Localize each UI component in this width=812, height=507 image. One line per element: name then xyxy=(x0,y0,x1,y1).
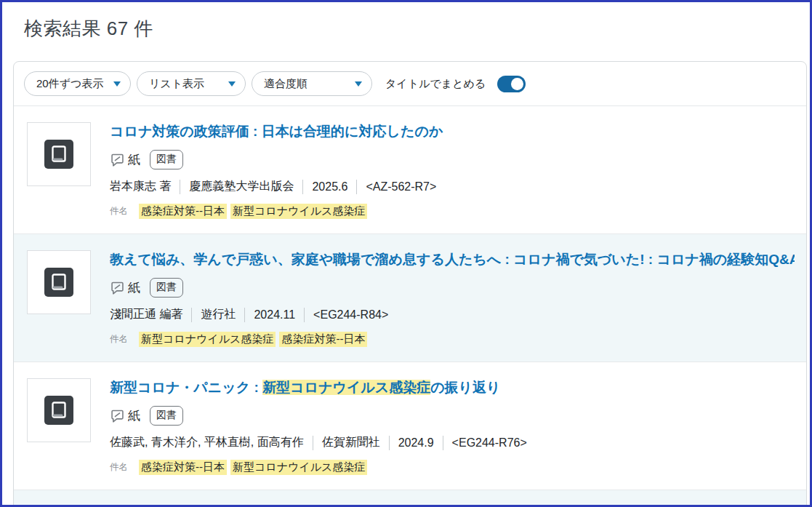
divider xyxy=(302,180,303,194)
subject-term[interactable]: 新型コロナウイルス感染症 xyxy=(230,460,367,475)
result-publisher: 慶應義塾大学出版会 xyxy=(189,179,294,194)
paper-format: 紙 xyxy=(110,279,140,296)
title-text: 教えて悩み、学んで戸惑い、家庭や職場で溜め息する人たちへ : コロナ禍で気づいた… xyxy=(110,252,795,267)
result-call-number: <EG244-R76> xyxy=(452,436,527,450)
results-toolbar: 20件ずつ表示 リスト表示 適合度順 タイトルでまとめる xyxy=(14,62,806,106)
sort-order-select[interactable]: 適合度順 xyxy=(252,71,372,96)
book-thumbnail[interactable] xyxy=(27,122,91,186)
meta-row: 岩本康志 著 慶應義塾大学出版会 2025.6 <AZ-562-R7> xyxy=(110,179,795,194)
result-title-link[interactable]: 新型コロナ・パニック : 新型コロナウイルス感染症の振り返り xyxy=(110,378,795,397)
result-item: 新型コロナ・パニック : 新型コロナウイルス感染症の振り返り 紙 図書 佐藤武,… xyxy=(14,362,806,490)
result-byline: 淺間正通 編著 xyxy=(110,307,182,322)
divider xyxy=(443,436,443,450)
result-title-link[interactable]: コロナ対策の政策評価 : 日本は合理的に対応したのか xyxy=(110,122,795,141)
result-call-number: <AZ-562-R7> xyxy=(366,180,436,193)
divider xyxy=(313,436,313,450)
subject-row: 件名 感染症対策--日本 新型コロナウイルス感染症 xyxy=(110,460,795,475)
group-by-title-toggle[interactable] xyxy=(497,76,526,92)
result-content: コロナ対策の政策評価 : 日本は合理的に対応したのか 紙 図書 岩本康志 著 慶… xyxy=(110,121,795,223)
subject-term[interactable]: 新型コロナウイルス感染症 xyxy=(230,204,367,219)
subject-heading-label: 件名 xyxy=(110,333,128,346)
book-icon xyxy=(44,140,73,169)
result-byline: 佐藤武, 青木洋介, 平林直樹, 面高有作 xyxy=(110,435,304,450)
divider xyxy=(304,308,305,322)
result-content: 教えて悩み、学んで戸惑い、家庭や職場で溜め息する人たちへ : コロナ禍で気づいた… xyxy=(110,249,795,351)
subject-term[interactable]: 感染症対策--日本 xyxy=(139,460,227,475)
per-page-label: 20件ずつ表示 xyxy=(36,77,103,91)
results-card: 20件ずつ表示 リスト表示 適合度順 タイトルでまとめる コロナ対策の xyxy=(13,61,807,507)
per-page-select[interactable]: 20件ずつ表示 xyxy=(24,71,131,96)
book-thumbnail[interactable] xyxy=(27,250,91,314)
search-results-page: 検索結果 67 件 20件ずつ表示 リスト表示 適合度順 タイトルでまとめる xyxy=(0,0,812,507)
divider xyxy=(356,180,357,194)
book-thumbnail[interactable] xyxy=(27,378,91,442)
badge-row: 紙 図書 xyxy=(110,278,795,298)
result-call-number: <EG244-R84> xyxy=(313,308,388,322)
divider xyxy=(389,436,390,450)
memo-icon xyxy=(110,152,125,167)
result-item: 教えて悩み、学んで戸惑い、家庭や職場で溜め息する人たちへ : コロナ禍で気づいた… xyxy=(14,234,806,362)
result-content: 新型コロナ・パニック : 新型コロナウイルス感染症の振り返り 紙 図書 佐藤武,… xyxy=(110,377,795,479)
divider xyxy=(180,180,180,194)
meta-row: 佐藤武, 青木洋介, 平林直樹, 面高有作 佐賀新聞社 2024.9 <EG24… xyxy=(110,435,795,450)
divider xyxy=(244,308,245,322)
divider xyxy=(191,308,192,322)
material-type-badge: 図書 xyxy=(150,278,183,298)
title-text: コロナ対策の政策評価 : 日本は合理的に対応したのか xyxy=(110,124,443,139)
view-mode-select[interactable]: リスト表示 xyxy=(137,71,246,96)
subject-term[interactable]: 新型コロナウイルス感染症 xyxy=(139,332,276,347)
result-title-link[interactable]: 教えて悩み、学んで戸惑い、家庭や職場で溜め息する人たちへ : コロナ禍で気づいた… xyxy=(110,250,795,269)
group-by-title-label: タイトルでまとめる xyxy=(385,77,486,91)
paper-format: 紙 xyxy=(110,151,140,168)
format-label: 紙 xyxy=(128,407,140,424)
toggle-knob xyxy=(511,78,523,90)
chevron-down-icon xyxy=(113,81,121,87)
book-icon xyxy=(44,396,73,425)
result-item: コロナ対策の政策評価 : 日本は合理的に対応したのか 紙 図書 岩本康志 著 慶… xyxy=(14,106,806,234)
view-mode-label: リスト表示 xyxy=(149,77,204,91)
format-label: 紙 xyxy=(128,151,140,168)
result-date: 2024.11 xyxy=(254,308,295,322)
title-text: の振り返り xyxy=(430,380,500,395)
material-type-badge: 図書 xyxy=(150,150,183,169)
badge-row: 紙 図書 xyxy=(110,150,795,169)
title-text: 新型コロナ・パニック : xyxy=(110,380,262,395)
memo-icon xyxy=(110,280,125,295)
subject-row: 件名 感染症対策--日本 新型コロナウイルス感染症 xyxy=(110,204,795,219)
page-title: 検索結果 67 件 xyxy=(24,16,810,41)
material-type-badge: 図書 xyxy=(150,406,183,426)
subject-heading-label: 件名 xyxy=(110,461,128,474)
badge-row: 紙 図書 xyxy=(110,406,795,426)
chevron-down-icon xyxy=(355,81,362,87)
chevron-down-icon xyxy=(228,81,236,87)
subject-heading-label: 件名 xyxy=(110,205,128,217)
result-byline: 岩本康志 著 xyxy=(110,179,171,194)
memo-icon xyxy=(110,408,125,423)
subject-row: 件名 新型コロナウイルス感染症 感染症対策--日本 xyxy=(110,332,795,347)
subject-term[interactable]: 感染症対策--日本 xyxy=(139,204,227,219)
meta-row: 淺間正通 編著 遊行社 2024.11 <EG244-R84> xyxy=(110,307,795,322)
paper-format: 紙 xyxy=(110,407,140,424)
result-publisher: 遊行社 xyxy=(201,307,236,322)
book-icon xyxy=(44,268,73,297)
result-publisher: 佐賀新聞社 xyxy=(322,435,380,450)
format-label: 紙 xyxy=(128,279,140,296)
result-item-partial xyxy=(14,490,806,507)
subject-term[interactable]: 感染症対策--日本 xyxy=(279,332,367,347)
sort-order-label: 適合度順 xyxy=(264,77,307,91)
title-highlight: 新型コロナウイルス感染症 xyxy=(262,380,430,395)
result-date: 2025.6 xyxy=(312,180,347,193)
result-date: 2024.9 xyxy=(398,436,434,450)
